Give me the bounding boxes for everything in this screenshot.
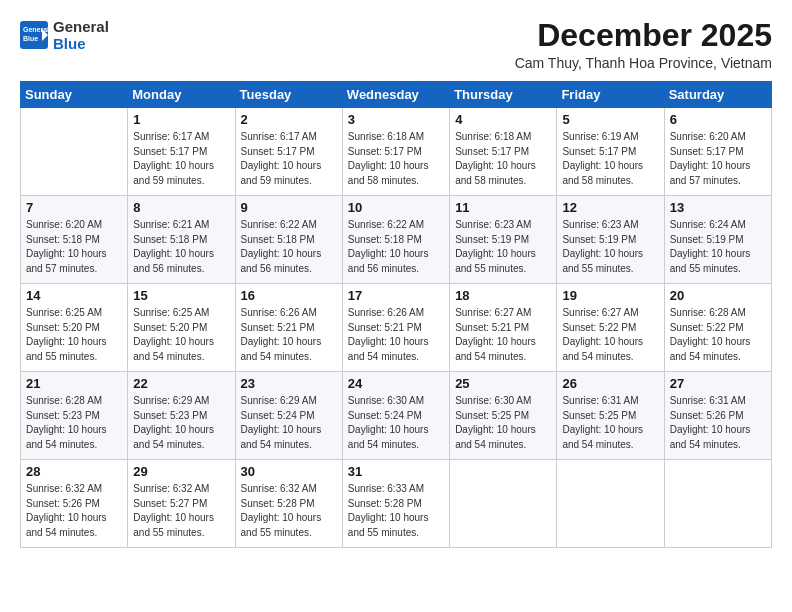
calendar-cell: 27Sunrise: 6:31 AM Sunset: 5:26 PM Dayli… (664, 372, 771, 460)
day-number: 27 (670, 376, 766, 391)
calendar-cell: 13Sunrise: 6:24 AM Sunset: 5:19 PM Dayli… (664, 196, 771, 284)
day-number: 11 (455, 200, 551, 215)
calendar-cell: 16Sunrise: 6:26 AM Sunset: 5:21 PM Dayli… (235, 284, 342, 372)
calendar-cell: 5Sunrise: 6:19 AM Sunset: 5:17 PM Daylig… (557, 108, 664, 196)
calendar-cell: 25Sunrise: 6:30 AM Sunset: 5:25 PM Dayli… (450, 372, 557, 460)
calendar-cell (557, 460, 664, 548)
calendar-week-1: 1Sunrise: 6:17 AM Sunset: 5:17 PM Daylig… (21, 108, 772, 196)
day-info: Sunrise: 6:32 AM Sunset: 5:28 PM Dayligh… (241, 482, 337, 540)
day-info: Sunrise: 6:30 AM Sunset: 5:25 PM Dayligh… (455, 394, 551, 452)
day-number: 17 (348, 288, 444, 303)
calendar-cell: 30Sunrise: 6:32 AM Sunset: 5:28 PM Dayli… (235, 460, 342, 548)
col-monday: Monday (128, 82, 235, 108)
day-info: Sunrise: 6:32 AM Sunset: 5:27 PM Dayligh… (133, 482, 229, 540)
day-info: Sunrise: 6:20 AM Sunset: 5:17 PM Dayligh… (670, 130, 766, 188)
svg-text:Blue: Blue (23, 35, 38, 42)
day-info: Sunrise: 6:17 AM Sunset: 5:17 PM Dayligh… (241, 130, 337, 188)
calendar-cell: 26Sunrise: 6:31 AM Sunset: 5:25 PM Dayli… (557, 372, 664, 460)
day-number: 7 (26, 200, 122, 215)
day-number: 29 (133, 464, 229, 479)
subtitle: Cam Thuy, Thanh Hoa Province, Vietnam (515, 55, 772, 71)
day-number: 12 (562, 200, 658, 215)
day-number: 6 (670, 112, 766, 127)
day-info: Sunrise: 6:28 AM Sunset: 5:23 PM Dayligh… (26, 394, 122, 452)
calendar-cell (450, 460, 557, 548)
header-row: Sunday Monday Tuesday Wednesday Thursday… (21, 82, 772, 108)
col-tuesday: Tuesday (235, 82, 342, 108)
day-info: Sunrise: 6:31 AM Sunset: 5:26 PM Dayligh… (670, 394, 766, 452)
calendar-cell: 12Sunrise: 6:23 AM Sunset: 5:19 PM Dayli… (557, 196, 664, 284)
calendar-cell (664, 460, 771, 548)
day-number: 26 (562, 376, 658, 391)
svg-text:General: General (23, 26, 49, 33)
day-number: 20 (670, 288, 766, 303)
day-number: 9 (241, 200, 337, 215)
calendar-cell: 14Sunrise: 6:25 AM Sunset: 5:20 PM Dayli… (21, 284, 128, 372)
calendar-week-5: 28Sunrise: 6:32 AM Sunset: 5:26 PM Dayli… (21, 460, 772, 548)
day-number: 2 (241, 112, 337, 127)
day-info: Sunrise: 6:30 AM Sunset: 5:24 PM Dayligh… (348, 394, 444, 452)
calendar-cell: 31Sunrise: 6:33 AM Sunset: 5:28 PM Dayli… (342, 460, 449, 548)
calendar-cell: 15Sunrise: 6:25 AM Sunset: 5:20 PM Dayli… (128, 284, 235, 372)
col-saturday: Saturday (664, 82, 771, 108)
calendar-cell: 9Sunrise: 6:22 AM Sunset: 5:18 PM Daylig… (235, 196, 342, 284)
calendar-week-4: 21Sunrise: 6:28 AM Sunset: 5:23 PM Dayli… (21, 372, 772, 460)
day-number: 19 (562, 288, 658, 303)
day-number: 16 (241, 288, 337, 303)
header: General Blue General Blue December 2025 … (20, 18, 772, 71)
day-number: 30 (241, 464, 337, 479)
calendar-cell: 22Sunrise: 6:29 AM Sunset: 5:23 PM Dayli… (128, 372, 235, 460)
day-info: Sunrise: 6:19 AM Sunset: 5:17 PM Dayligh… (562, 130, 658, 188)
day-info: Sunrise: 6:25 AM Sunset: 5:20 PM Dayligh… (26, 306, 122, 364)
col-thursday: Thursday (450, 82, 557, 108)
page-container: General Blue General Blue December 2025 … (20, 18, 772, 548)
day-info: Sunrise: 6:20 AM Sunset: 5:18 PM Dayligh… (26, 218, 122, 276)
calendar-cell: 18Sunrise: 6:27 AM Sunset: 5:21 PM Dayli… (450, 284, 557, 372)
day-info: Sunrise: 6:26 AM Sunset: 5:21 PM Dayligh… (348, 306, 444, 364)
calendar-cell: 3Sunrise: 6:18 AM Sunset: 5:17 PM Daylig… (342, 108, 449, 196)
day-number: 21 (26, 376, 122, 391)
day-number: 10 (348, 200, 444, 215)
day-number: 1 (133, 112, 229, 127)
day-info: Sunrise: 6:22 AM Sunset: 5:18 PM Dayligh… (348, 218, 444, 276)
calendar-cell: 2Sunrise: 6:17 AM Sunset: 5:17 PM Daylig… (235, 108, 342, 196)
calendar-week-2: 7Sunrise: 6:20 AM Sunset: 5:18 PM Daylig… (21, 196, 772, 284)
day-info: Sunrise: 6:29 AM Sunset: 5:24 PM Dayligh… (241, 394, 337, 452)
calendar-cell: 10Sunrise: 6:22 AM Sunset: 5:18 PM Dayli… (342, 196, 449, 284)
main-title: December 2025 (515, 18, 772, 53)
day-number: 3 (348, 112, 444, 127)
calendar-week-3: 14Sunrise: 6:25 AM Sunset: 5:20 PM Dayli… (21, 284, 772, 372)
day-info: Sunrise: 6:21 AM Sunset: 5:18 PM Dayligh… (133, 218, 229, 276)
day-info: Sunrise: 6:31 AM Sunset: 5:25 PM Dayligh… (562, 394, 658, 452)
day-number: 14 (26, 288, 122, 303)
logo-text: General Blue (53, 18, 109, 53)
calendar-cell: 29Sunrise: 6:32 AM Sunset: 5:27 PM Dayli… (128, 460, 235, 548)
day-number: 5 (562, 112, 658, 127)
col-wednesday: Wednesday (342, 82, 449, 108)
day-info: Sunrise: 6:26 AM Sunset: 5:21 PM Dayligh… (241, 306, 337, 364)
day-number: 24 (348, 376, 444, 391)
day-info: Sunrise: 6:18 AM Sunset: 5:17 PM Dayligh… (455, 130, 551, 188)
day-number: 23 (241, 376, 337, 391)
calendar-cell: 17Sunrise: 6:26 AM Sunset: 5:21 PM Dayli… (342, 284, 449, 372)
day-info: Sunrise: 6:22 AM Sunset: 5:18 PM Dayligh… (241, 218, 337, 276)
calendar-table: Sunday Monday Tuesday Wednesday Thursday… (20, 81, 772, 548)
day-number: 15 (133, 288, 229, 303)
logo-icon: General Blue (20, 21, 50, 49)
calendar-cell: 24Sunrise: 6:30 AM Sunset: 5:24 PM Dayli… (342, 372, 449, 460)
day-info: Sunrise: 6:23 AM Sunset: 5:19 PM Dayligh… (562, 218, 658, 276)
day-number: 31 (348, 464, 444, 479)
day-info: Sunrise: 6:28 AM Sunset: 5:22 PM Dayligh… (670, 306, 766, 364)
calendar-cell: 28Sunrise: 6:32 AM Sunset: 5:26 PM Dayli… (21, 460, 128, 548)
day-number: 22 (133, 376, 229, 391)
calendar-cell: 1Sunrise: 6:17 AM Sunset: 5:17 PM Daylig… (128, 108, 235, 196)
day-info: Sunrise: 6:23 AM Sunset: 5:19 PM Dayligh… (455, 218, 551, 276)
title-area: December 2025 Cam Thuy, Thanh Hoa Provin… (515, 18, 772, 71)
day-info: Sunrise: 6:29 AM Sunset: 5:23 PM Dayligh… (133, 394, 229, 452)
day-number: 8 (133, 200, 229, 215)
calendar-cell: 21Sunrise: 6:28 AM Sunset: 5:23 PM Dayli… (21, 372, 128, 460)
day-number: 4 (455, 112, 551, 127)
day-info: Sunrise: 6:32 AM Sunset: 5:26 PM Dayligh… (26, 482, 122, 540)
calendar-cell: 8Sunrise: 6:21 AM Sunset: 5:18 PM Daylig… (128, 196, 235, 284)
day-info: Sunrise: 6:27 AM Sunset: 5:22 PM Dayligh… (562, 306, 658, 364)
